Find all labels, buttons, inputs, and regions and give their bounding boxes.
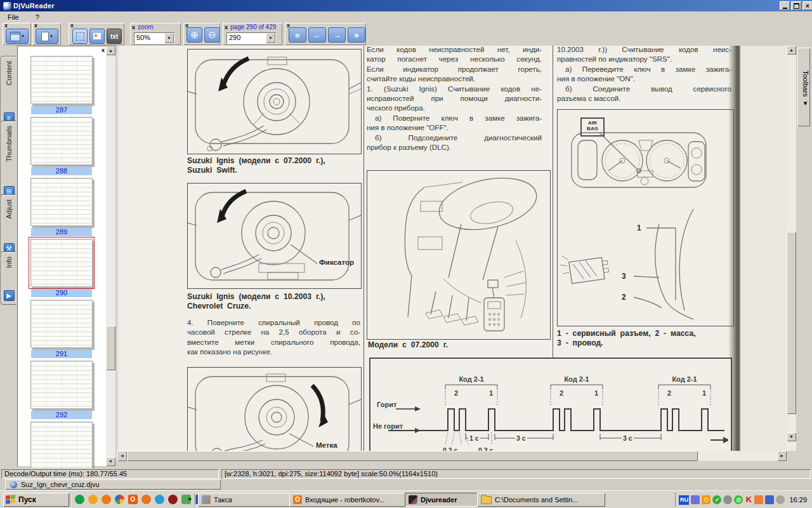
- menu-help[interactable]: ?: [33, 13, 42, 22]
- thumbnail-290-selected[interactable]: 290: [30, 239, 93, 297]
- taskbar-separator: [194, 493, 195, 506]
- windows-flag-icon: [6, 495, 15, 505]
- thumbnails-scrollbar[interactable]: ▲ ▼: [106, 46, 115, 466]
- thumbnail-292[interactable]: 292: [30, 361, 93, 419]
- text-mode-button[interactable]: txt: [107, 29, 122, 44]
- close-group-icon[interactable]: x: [70, 23, 74, 29]
- menu-bar: File ?: [0, 11, 812, 23]
- opera-mail-icon: O: [293, 495, 302, 504]
- close-group-icon[interactable]: x: [287, 23, 290, 29]
- quick-launch-icon[interactable]: [115, 495, 124, 504]
- minimize-button[interactable]: [780, 1, 790, 10]
- figure-spiral-cable-1: [187, 49, 362, 154]
- tray-icon[interactable]: O: [702, 495, 710, 504]
- scrollbar-thumb[interactable]: [787, 232, 796, 414]
- thumbnail-293[interactable]: 293: [30, 422, 93, 475]
- scroll-down-icon[interactable]: ▼: [787, 432, 796, 441]
- thumbnail-image[interactable]: [30, 361, 93, 409]
- task-button-explorer[interactable]: C:\Documents and Settin...: [477, 493, 605, 507]
- tray-icon[interactable]: [776, 495, 785, 504]
- view-mode-button[interactable]: ▾: [6, 29, 29, 44]
- sidebar-tab-info[interactable]: Info ▶: [1, 251, 16, 305]
- scroll-right-icon[interactable]: ►: [777, 451, 787, 461]
- zoom-in-button[interactable]: ⊕: [187, 27, 202, 43]
- quick-launch-icon[interactable]: [88, 495, 98, 504]
- quick-launch-icon[interactable]: [141, 495, 151, 504]
- horizontal-scrollbar[interactable]: ◄ ►: [117, 451, 787, 461]
- page-select[interactable]: 290 ▼: [226, 32, 276, 44]
- first-page-button[interactable]: «: [289, 27, 306, 43]
- zoom-value: 50%: [134, 32, 164, 44]
- scrollbar-thumb[interactable]: [106, 326, 115, 370]
- page-layout-button[interactable]: ▾: [36, 29, 58, 44]
- document-text-line: б) Соедините вывод сервисного: [557, 84, 731, 93]
- thumbnail-291[interactable]: 291: [30, 300, 93, 358]
- select-region-button[interactable]: [72, 29, 88, 44]
- vertical-scrollbar[interactable]: ▲ ▼: [787, 46, 796, 451]
- thumbnail-image[interactable]: [30, 300, 93, 348]
- caption-service-connector: 1 - сервисный разъем, 2 - масса, 3 - про…: [557, 329, 732, 348]
- scroll-up-icon[interactable]: ▲: [787, 46, 796, 55]
- status-bar: Decode/Output time (ms): 180.77/55.45 [w…: [0, 468, 812, 479]
- tray-icon[interactable]: [765, 495, 774, 504]
- taskbar-separator: [70, 493, 71, 506]
- caption-chevrolet-cruze: Suzuki Ignis (модели с 10.2003 г.), Chev…: [187, 292, 360, 311]
- thumbnail-289[interactable]: 289: [30, 178, 93, 236]
- thumbnail-287[interactable]: 287: [30, 56, 93, 114]
- sidebar-tab-adjust[interactable]: Adjust ⚒: [1, 194, 16, 258]
- thumbnail-288[interactable]: 288: [30, 117, 93, 175]
- task-button-djvureader[interactable]: Djvureader: [405, 493, 481, 507]
- task-button-taksa[interactable]: Такса: [198, 493, 293, 507]
- document-text-line: Если кодов неисправностей нет, инди-: [367, 46, 542, 54]
- tray-icon[interactable]: ✓: [712, 495, 721, 504]
- thumbnail-image[interactable]: [30, 422, 93, 470]
- tray-icon[interactable]: [691, 495, 700, 504]
- copy-image-button[interactable]: [89, 29, 105, 44]
- close-group-icon[interactable]: x: [185, 23, 188, 29]
- tray-icon[interactable]: @: [734, 495, 743, 504]
- zoom-select[interactable]: 50% ▼: [134, 32, 174, 44]
- thumbnail-image[interactable]: [30, 56, 93, 104]
- zoom-dropdown-button[interactable]: ▼: [164, 33, 174, 43]
- timing-label: 1: [488, 389, 494, 397]
- tray-icon[interactable]: [754, 495, 763, 504]
- timing-label: Код 2-1: [665, 375, 704, 383]
- tray-icon[interactable]: [723, 495, 732, 504]
- menu-file[interactable]: File: [5, 13, 22, 22]
- thumbnail-image[interactable]: [30, 117, 93, 165]
- language-indicator[interactable]: RU: [679, 495, 689, 505]
- spiral-cable-drawing: [188, 50, 361, 154]
- scrollbar-thumb[interactable]: [127, 451, 698, 461]
- close-group-icon[interactable]: x: [225, 24, 228, 30]
- thumbnail-image[interactable]: [30, 239, 93, 287]
- document-text-line: катор погаснет через несколько секунд.: [367, 54, 542, 64]
- scroll-up-icon[interactable]: ▲: [106, 46, 115, 55]
- scroll-left-icon[interactable]: ◄: [117, 451, 127, 461]
- restore-button[interactable]: [791, 1, 801, 10]
- quick-launch-icon[interactable]: [168, 495, 178, 504]
- quick-launch-overflow-icon[interactable]: »: [188, 495, 192, 502]
- close-group-icon[interactable]: x: [34, 23, 37, 29]
- quick-launch-icon[interactable]: O: [128, 495, 138, 504]
- last-page-button[interactable]: »: [348, 27, 365, 43]
- zoom-out-button[interactable]: ⊖: [204, 27, 220, 43]
- sidebar-tab-thumbnails[interactable]: Thumbnails ⊞: [1, 121, 16, 201]
- toolbars-panel-button[interactable]: Toolbars ▾: [797, 48, 810, 126]
- start-button[interactable]: Пуск: [3, 493, 69, 507]
- next-page-button[interactable]: →: [328, 27, 346, 43]
- close-group-icon[interactable]: x: [4, 23, 8, 29]
- tray-icon[interactable]: K: [745, 495, 752, 504]
- page-dropdown-button[interactable]: ▼: [266, 33, 275, 43]
- task-button-opera-mail[interactable]: O Входящие - robertkotov...: [289, 493, 409, 507]
- scroll-down-icon[interactable]: ▼: [106, 457, 115, 466]
- quick-launch-icon[interactable]: [102, 495, 111, 504]
- document-viewer[interactable]: Suzuki Ignis (модели с 07.2000 г.), Suzu…: [117, 46, 787, 451]
- close-button[interactable]: ×: [802, 1, 812, 10]
- quick-launch-icon[interactable]: [155, 495, 164, 504]
- thumbnail-image[interactable]: [30, 178, 93, 226]
- sidebar-tab-content[interactable]: Content ≡: [1, 56, 16, 127]
- document-tab[interactable]: Suz_Ign_chevr_cruz.djvu: [5, 479, 221, 490]
- close-group-icon[interactable]: x: [132, 24, 135, 30]
- prev-page-button[interactable]: ←: [308, 27, 326, 43]
- quick-launch-icon[interactable]: [75, 495, 84, 504]
